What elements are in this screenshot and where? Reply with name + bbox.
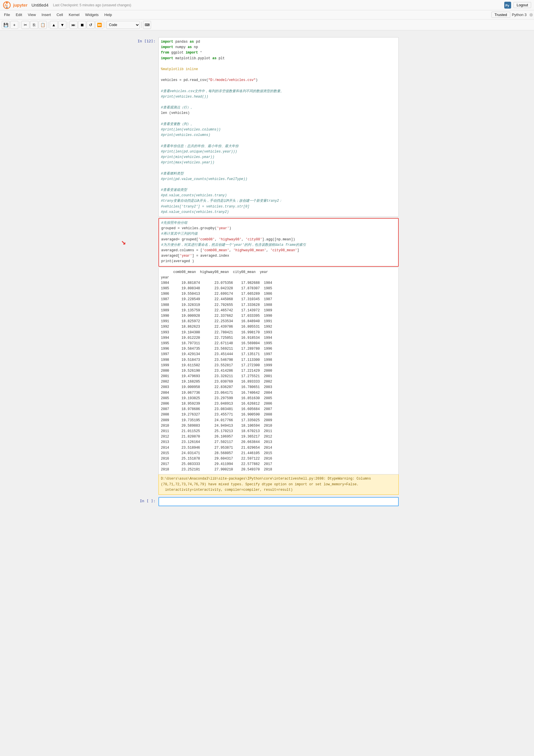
- cell-highlighted-area[interactable]: ↘ #先按照年份分组 grouped = vehicles.groupby('y…: [158, 218, 399, 267]
- menu-edit[interactable]: Edit: [13, 12, 25, 18]
- menubar: File Edit View Insert Cell Kernel Widget…: [0, 10, 534, 19]
- jupyter-logo: Ju: [3, 1, 11, 9]
- restart-run-button[interactable]: ⏩: [95, 21, 103, 29]
- menubar-right: Trusted Python 3: [492, 12, 533, 18]
- cell-input-area-12[interactable]: import pandas as pd import numpy as np f…: [158, 37, 399, 217]
- paste-button[interactable]: 📋: [39, 21, 47, 29]
- toolbar-separator-5: [141, 22, 142, 28]
- svg-text:Ju: Ju: [4, 4, 8, 7]
- restart-button[interactable]: ↺: [87, 21, 95, 29]
- warning-pre: D:\Users\asus\Anaconda3\lib\site-package…: [161, 476, 396, 493]
- cell-code-12: import pandas as pd import numpy as np f…: [161, 39, 396, 215]
- menu-help[interactable]: Help: [101, 12, 115, 18]
- toolbar-separator-1: [20, 22, 20, 28]
- cell-type-select[interactable]: Code Markdown Raw NBConvert Heading: [106, 21, 140, 29]
- menu-kernel[interactable]: Kernel: [66, 12, 82, 18]
- add-cell-button[interactable]: +: [10, 21, 18, 29]
- menu-view[interactable]: View: [25, 12, 39, 18]
- output-prompt-12: [136, 268, 158, 475]
- app-name: jupyter: [13, 3, 27, 8]
- menu-file[interactable]: File: [1, 12, 13, 18]
- warning-text: D:\Users\asus\Anaconda3\lib\site-package…: [158, 474, 399, 495]
- warning-prompt: [136, 474, 158, 495]
- keyboard-shortcuts-button[interactable]: ⌨: [143, 21, 151, 29]
- toolbar-separator-2: [48, 22, 48, 28]
- logout-button[interactable]: Logout: [513, 2, 531, 8]
- kernel-label: Python 3: [512, 13, 526, 17]
- toolbar-separator-3: [68, 22, 68, 28]
- menu-cell[interactable]: Cell: [54, 12, 66, 18]
- cell-prompt-empty: In [ ]:: [136, 497, 158, 506]
- move-up-button[interactable]: ▲: [50, 21, 58, 29]
- red-arrow-icon: ↘: [121, 236, 126, 248]
- move-down-button[interactable]: ▼: [58, 21, 67, 29]
- code-cell-12: In [12]: import pandas as pd import nump…: [136, 37, 399, 217]
- cell-empty-area[interactable]: [158, 497, 399, 506]
- kernel-status-icon: [529, 13, 533, 16]
- save-button[interactable]: 💾: [2, 21, 10, 29]
- titlebar-left: Ju jupyter Untitled4 Last Checkpoint: 5 …: [3, 1, 131, 9]
- cell-prompt-12: In [12]:: [136, 37, 158, 217]
- trusted-button[interactable]: Trusted: [492, 12, 510, 18]
- cut-button[interactable]: ✂: [21, 21, 29, 29]
- titlebar-right: Py Logout: [504, 2, 531, 9]
- output-pre: comb08_mean highway08_mean city08_mean y…: [161, 270, 396, 473]
- python-logo-icon: Py: [504, 2, 511, 9]
- notebook: In [12]: import pandas as pd import nump…: [0, 30, 534, 756]
- svg-text:Py: Py: [505, 4, 509, 7]
- code-cell-empty: In [ ]:: [136, 497, 399, 506]
- checkpoint-info: Last Checkpoint: 5 minutes ago (unsaved …: [53, 3, 131, 7]
- menu-widgets[interactable]: Widgets: [82, 12, 101, 18]
- toolbar: 💾 + ✂ ⎘ 📋 ▲ ▼ ⏭ ⏹ ↺ ⏩ Code Markdown Raw …: [0, 19, 534, 30]
- cell-highlighted-code: #先按照年份分组 grouped = vehicles.groupby('yea…: [161, 220, 396, 264]
- cell-prompt-highlighted: [136, 218, 158, 267]
- warning-cell: D:\Users\asus\Anaconda3\lib\site-package…: [136, 474, 399, 495]
- code-cell-highlighted: ↘ #先按照年份分组 grouped = vehicles.groupby('y…: [136, 218, 399, 267]
- titlebar: Ju jupyter Untitled4 Last Checkpoint: 5 …: [0, 0, 534, 10]
- output-text-12: comb08_mean highway08_mean city08_mean y…: [158, 268, 399, 475]
- output-cell-12: comb08_mean highway08_mean city08_mean y…: [136, 268, 399, 475]
- menu-insert[interactable]: Insert: [39, 12, 54, 18]
- notebook-title[interactable]: Untitled4: [32, 3, 48, 8]
- run-skip-button[interactable]: ⏭: [69, 21, 77, 29]
- toolbar-separator-4: [105, 22, 105, 28]
- stop-button[interactable]: ⏹: [78, 21, 86, 29]
- copy-button[interactable]: ⎘: [30, 21, 38, 29]
